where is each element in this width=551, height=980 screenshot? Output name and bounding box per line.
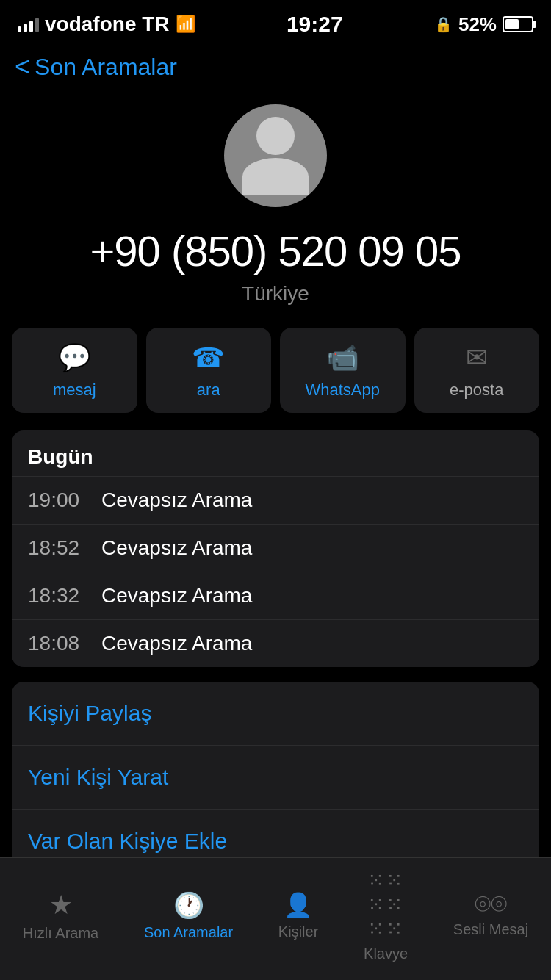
tab-son-aramalar[interactable]: 🕐 Son Aramalar — [144, 890, 233, 941]
eposta-label: e-posta — [450, 381, 503, 400]
call-entry-1: 19:00 Cevapsız Arama — [12, 476, 539, 524]
call-time-3: 18:32 — [28, 584, 101, 608]
call-time-1: 19:00 — [28, 489, 101, 512]
whatsapp-button[interactable]: 📹 WhatsApp — [280, 328, 406, 413]
carrier-label: vodafone TR — [45, 12, 170, 36]
call-type-4: Cevapsız Arama — [101, 632, 252, 655]
call-entry-2: 18:52 Cevapsız Arama — [12, 524, 539, 572]
mesaj-button[interactable]: 💬 mesaj — [12, 328, 137, 413]
time-label: 19:27 — [287, 12, 343, 37]
message-icon: 💬 — [58, 342, 91, 373]
video-icon: 📹 — [326, 342, 359, 373]
tab-hizli-arama[interactable]: ★ Hızlı Arama — [23, 890, 98, 942]
battery-icon — [503, 16, 533, 32]
nav-bar: < Son Aramalar — [0, 44, 551, 90]
mesaj-label: mesaj — [53, 381, 96, 400]
ara-label: ara — [197, 381, 220, 400]
lock-icon: 🔒 — [434, 15, 453, 33]
eposta-button[interactable]: ✉ e-posta — [414, 328, 540, 413]
contacts-icon: 👤 — [284, 891, 313, 919]
back-label: Son Aramalar — [35, 54, 177, 81]
call-log-card: Bugün 19:00 Cevapsız Arama 18:52 Cevapsı… — [12, 430, 539, 667]
call-entry-3: 18:32 Cevapsız Arama — [12, 572, 539, 619]
avatar-head — [256, 117, 295, 155]
tab-bar: ★ Hızlı Arama 🕐 Son Aramalar 👤 Kişiler ⁙… — [0, 857, 551, 980]
signal-icon — [18, 16, 39, 32]
avatar — [224, 104, 327, 207]
tab-son-aramalar-label: Son Aramalar — [144, 924, 233, 941]
recents-icon: 🕐 — [173, 890, 204, 920]
avatar-body — [242, 158, 309, 195]
wifi-icon: 📶 — [176, 15, 195, 34]
ara-button[interactable]: ☎ ara — [146, 328, 272, 413]
call-time-4: 18:08 — [28, 632, 101, 655]
share-contact-button[interactable]: Kişiyi Paylaş — [12, 682, 539, 746]
phone-icon: ☎ — [192, 342, 225, 373]
tab-klavye-label: Klavye — [364, 945, 408, 962]
contact-section: +90 (850) 520 09 05 Türkiye — [0, 90, 551, 328]
call-type-1: Cevapsız Arama — [101, 489, 252, 512]
back-chevron-icon: < — [15, 51, 30, 82]
status-right: 🔒 52% — [434, 13, 533, 36]
whatsapp-label: WhatsApp — [306, 381, 381, 400]
avatar-icon — [242, 117, 309, 195]
mail-icon: ✉ — [466, 342, 488, 373]
status-bar: vodafone TR 📶 19:27 🔒 52% — [0, 0, 551, 44]
contact-actions-card: Kişiyi Paylaş Yeni Kişi Yarat Var Olan K… — [12, 682, 539, 873]
call-entry-4: 18:08 Cevapsız Arama — [12, 619, 539, 667]
voicemail-icon: ⦾⦾ — [475, 893, 507, 917]
call-type-2: Cevapsız Arama — [101, 536, 252, 560]
tab-hizli-arama-label: Hızlı Arama — [23, 925, 98, 942]
back-button[interactable]: < Son Aramalar — [15, 51, 177, 82]
tab-sesli-mesaj[interactable]: ⦾⦾ Sesli Mesaj — [453, 893, 528, 938]
action-buttons: 💬 mesaj ☎ ara 📹 WhatsApp ✉ e-posta — [0, 328, 551, 413]
tab-kisiler-label: Kişiler — [278, 923, 318, 940]
call-type-3: Cevapsız Arama — [101, 584, 252, 608]
battery-percent: 52% — [458, 13, 497, 36]
tab-kisiler[interactable]: 👤 Kişiler — [278, 891, 318, 940]
call-log-title: Bugün — [12, 430, 539, 476]
phone-number: +90 (850) 520 09 05 — [90, 228, 461, 275]
tab-sesli-mesaj-label: Sesli Mesaj — [453, 921, 528, 938]
tab-klavye[interactable]: ⁙⁙⁙⁙⁙⁙ Klavye — [364, 868, 408, 962]
status-left: vodafone TR 📶 — [18, 12, 195, 36]
star-icon: ★ — [49, 890, 73, 920]
contact-country: Türkiye — [242, 282, 309, 306]
new-contact-button[interactable]: Yeni Kişi Yarat — [12, 746, 539, 810]
call-time-2: 18:52 — [28, 536, 101, 560]
keypad-icon: ⁙⁙⁙⁙⁙⁙ — [367, 868, 404, 941]
